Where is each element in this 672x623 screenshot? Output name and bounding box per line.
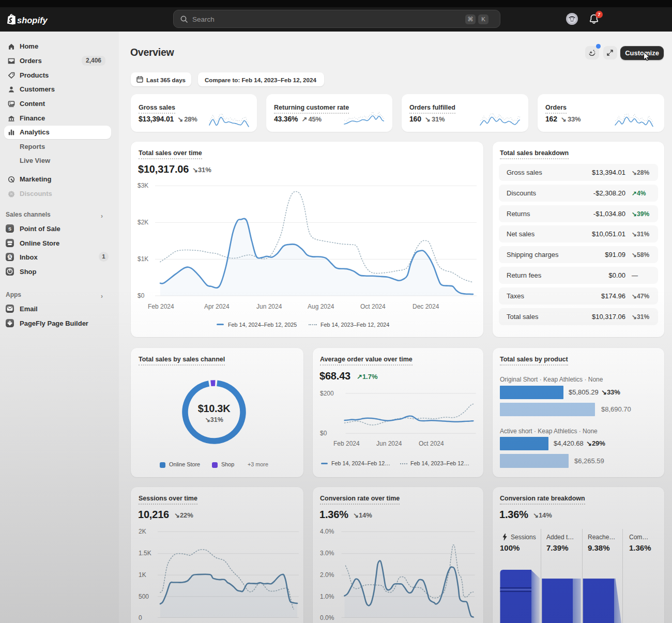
svg-text:S: S xyxy=(8,226,11,231)
svg-text:S: S xyxy=(8,255,11,260)
svg-text:shopify: shopify xyxy=(17,16,48,25)
